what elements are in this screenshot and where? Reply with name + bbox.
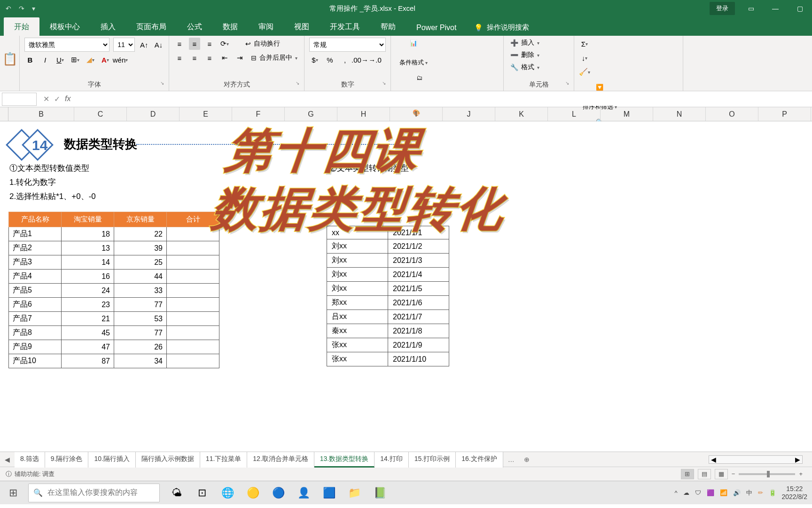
table-row[interactable]: 刘xx2021/1/4: [327, 268, 449, 282]
table-row[interactable]: 郑xx2021/1/6: [327, 296, 449, 310]
bold-icon[interactable]: B: [24, 54, 36, 66]
cancel-formula-icon[interactable]: ✕: [43, 95, 49, 103]
table-cell[interactable]: 产品9: [9, 340, 62, 354]
page-break-view-icon[interactable]: ▦: [715, 469, 728, 479]
tray-up-icon[interactable]: ^: [674, 489, 677, 496]
tab-data[interactable]: 数据: [212, 17, 248, 36]
column-header[interactable]: F: [232, 107, 285, 121]
tray-volume-icon[interactable]: 🔊: [733, 489, 741, 496]
tray-battery-icon[interactable]: 🔋: [769, 489, 776, 496]
align-middle-icon[interactable]: ≡: [189, 38, 200, 50]
taskview-icon[interactable]: ⊡: [192, 483, 212, 503]
tab-template[interactable]: 模板中心: [39, 17, 90, 36]
table-row[interactable]: 产品94726: [9, 340, 219, 354]
table-cell[interactable]: 产品1: [9, 227, 62, 241]
paste-icon[interactable]: 📋: [2, 52, 17, 66]
insert-cells-button[interactable]: ➕插入: [508, 38, 569, 48]
table-cell[interactable]: 秦xx: [327, 324, 388, 338]
table-cell[interactable]: 16: [62, 270, 114, 284]
number-format-select[interactable]: 常规: [309, 38, 386, 52]
table-cell[interactable]: 产品4: [9, 270, 62, 284]
increase-font-icon[interactable]: A↑: [139, 39, 149, 51]
taskbar-search[interactable]: 🔍 在这里输入你要搜索的内容: [28, 484, 160, 502]
table-cell[interactable]: 刘xx: [327, 254, 388, 268]
column-header[interactable]: N: [653, 107, 706, 121]
align-left-icon[interactable]: ≡: [174, 52, 185, 64]
border-icon[interactable]: ⊞: [70, 54, 81, 66]
table-cell[interactable]: 77: [114, 326, 167, 340]
table-row[interactable]: 张xx2021/1/9: [327, 338, 449, 352]
table-cell[interactable]: 22: [114, 227, 167, 241]
sheet-tab[interactable]: 15.打印示例: [409, 452, 456, 468]
font-color-icon[interactable]: A: [100, 54, 111, 66]
tray-wifi-icon[interactable]: 📶: [720, 489, 727, 496]
table-cell[interactable]: [167, 270, 219, 284]
column-header[interactable]: B: [8, 107, 74, 121]
sheet-more-icon[interactable]: …: [503, 456, 519, 463]
table-row[interactable]: 吕xx2021/1/7: [327, 310, 449, 324]
sheet-tab[interactable]: 12.取消合并单元格: [247, 452, 314, 468]
table-cell[interactable]: 产品3: [9, 255, 62, 270]
fill-icon[interactable]: ↓: [579, 52, 590, 64]
tab-formulas[interactable]: 公式: [177, 17, 212, 36]
align-center-icon[interactable]: ≡: [189, 52, 200, 64]
percent-icon[interactable]: %: [324, 54, 336, 66]
column-header[interactable]: M: [601, 107, 653, 121]
column-header[interactable]: C: [74, 107, 127, 121]
column-header[interactable]: O: [706, 107, 758, 121]
table-cell[interactable]: 14: [62, 255, 114, 270]
accounting-icon[interactable]: $: [309, 54, 320, 66]
table-cell[interactable]: 77: [114, 298, 167, 312]
table-cell[interactable]: 23: [62, 298, 114, 312]
sheet-tab[interactable]: 16.文件保护: [456, 452, 503, 468]
login-button[interactable]: 登录: [710, 2, 735, 15]
italic-icon[interactable]: I: [39, 54, 51, 66]
align-right-icon[interactable]: ≡: [204, 52, 215, 64]
conditional-format-button[interactable]: 📊 条件格式: [396, 38, 431, 69]
table-cell[interactable]: [167, 298, 219, 312]
tray-app-icon[interactable]: 🟪: [707, 489, 714, 496]
table-cell[interactable]: 21: [62, 312, 114, 326]
fill-color-icon[interactable]: ◢: [85, 54, 96, 66]
column-header[interactable]: E: [180, 107, 232, 121]
table-cell[interactable]: [167, 227, 219, 241]
scroll-right-icon[interactable]: ▶: [793, 456, 802, 463]
table-row[interactable]: xx2021/1/1: [327, 226, 449, 239]
tell-me-search[interactable]: 💡 操作说明搜索: [467, 19, 537, 36]
comma-icon[interactable]: ,: [339, 54, 351, 66]
zoom-out-icon[interactable]: −: [732, 470, 735, 477]
table-cell[interactable]: 张xx: [327, 352, 388, 366]
table-row[interactable]: 产品31425: [9, 255, 219, 270]
sheet-tab[interactable]: 9.隔行涂色: [45, 452, 89, 468]
ribbon-display-icon[interactable]: ▭: [739, 0, 763, 17]
column-header[interactable]: G: [285, 107, 337, 121]
app2-icon[interactable]: 👤: [293, 483, 314, 503]
table-cell[interactable]: 2021/1/9: [388, 338, 449, 352]
app4-icon[interactable]: 📁: [344, 483, 365, 503]
table-cell[interactable]: 刘xx: [327, 239, 388, 254]
column-header[interactable]: J: [443, 107, 495, 121]
table-cell[interactable]: 刘xx: [327, 268, 388, 282]
format-cells-button[interactable]: 🔧格式: [508, 62, 569, 72]
delete-cells-button[interactable]: ➖删除: [508, 50, 569, 60]
column-header[interactable]: D: [127, 107, 180, 121]
table-row[interactable]: 产品11822: [9, 227, 219, 241]
table-cell[interactable]: 2021/1/5: [388, 282, 449, 296]
column-header[interactable]: H: [337, 107, 390, 121]
table-cell[interactable]: xx: [327, 226, 388, 239]
table-cell[interactable]: 2021/1/3: [388, 254, 449, 268]
sheet-nav-prev-icon[interactable]: ◀: [0, 456, 15, 463]
tray-onedrive-icon[interactable]: ☁: [683, 489, 689, 496]
table-cell[interactable]: 39: [114, 241, 167, 255]
tab-developer[interactable]: 开发工具: [320, 17, 370, 36]
increase-indent-icon[interactable]: ⇥: [234, 52, 245, 64]
sheet-tab[interactable]: 10.隔行插入: [88, 452, 135, 468]
fx-icon[interactable]: fx: [65, 95, 70, 103]
table-dates[interactable]: xx2021/1/1刘xx2021/1/2刘xx2021/1/3刘xx2021/…: [327, 226, 449, 366]
table-cell[interactable]: 产品5: [9, 284, 62, 298]
tab-home[interactable]: 开始: [4, 17, 39, 36]
table-cell[interactable]: 郑xx: [327, 296, 388, 310]
taskbar-clock[interactable]: 15:22 2022/8/2: [782, 485, 808, 501]
font-size-select[interactable]: 11: [113, 38, 135, 52]
clear-icon[interactable]: 🧹: [579, 66, 590, 78]
